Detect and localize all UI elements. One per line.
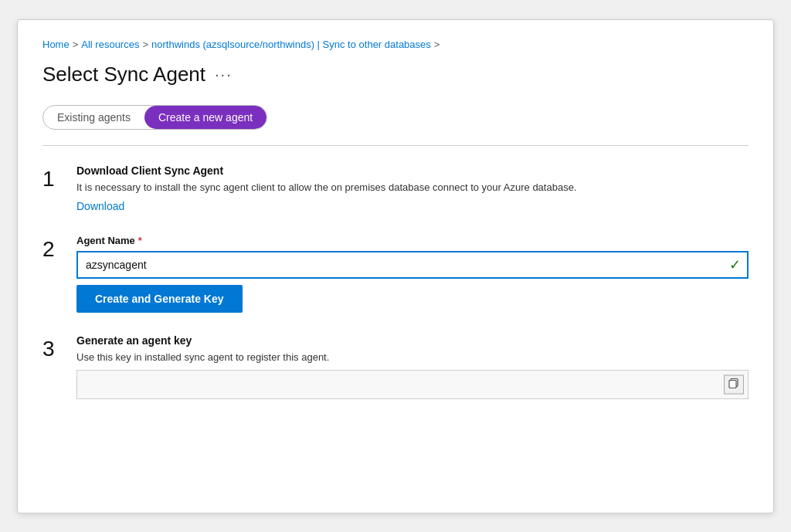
breadcrumb-home[interactable]: Home: [42, 39, 70, 50]
breadcrumb-all-resources[interactable]: All resources: [81, 39, 139, 50]
agent-name-label: Agent Name *: [76, 235, 749, 246]
breadcrumb-sep-2: >: [142, 39, 148, 50]
breadcrumb-current[interactable]: northwinds (azsqlsource/northwinds) | Sy…: [151, 39, 431, 50]
key-output-field: [76, 370, 749, 399]
section-divider: [42, 145, 749, 146]
step-2-content: Agent Name * ✓ Create and Generate Key: [76, 235, 749, 313]
main-window: Home > All resources > northwinds (azsql…: [17, 19, 774, 513]
step-1: 1 Download Client Sync Agent It is neces…: [42, 164, 749, 214]
agent-name-input-wrapper: ✓: [76, 251, 749, 279]
breadcrumb: Home > All resources > northwinds (azsql…: [42, 39, 749, 50]
create-new-agent-tab[interactable]: Create a new agent: [144, 106, 266, 129]
required-indicator: *: [138, 235, 142, 246]
key-output-wrapper: [76, 370, 749, 399]
copy-key-button[interactable]: [724, 374, 744, 394]
step-3-number: 3: [42, 334, 61, 362]
breadcrumb-sep-1: >: [73, 39, 79, 50]
step-1-number: 1: [42, 164, 61, 192]
page-title: Select Sync Agent: [42, 63, 205, 86]
step-2: 2 Agent Name * ✓ Create and Generate Key: [42, 235, 749, 313]
breadcrumb-sep-3: >: [434, 39, 440, 50]
svg-rect-1: [729, 380, 736, 388]
page-title-ellipsis[interactable]: ···: [215, 66, 233, 83]
step-3: 3 Generate an agent key Use this key in …: [42, 334, 749, 399]
copy-icon: [728, 378, 739, 388]
download-link[interactable]: Download: [76, 200, 124, 212]
existing-agents-tab[interactable]: Existing agents: [43, 106, 144, 129]
create-generate-key-button[interactable]: Create and Generate Key: [76, 285, 243, 313]
step-2-number: 2: [42, 235, 61, 263]
agent-toggle-group: Existing agents Create a new agent: [42, 105, 267, 130]
agent-name-input[interactable]: [76, 251, 749, 279]
input-valid-icon: ✓: [729, 256, 741, 273]
page-title-area: Select Sync Agent ···: [42, 63, 749, 86]
step-3-title: Generate an agent key: [76, 334, 749, 347]
step-1-title: Download Client Sync Agent: [76, 164, 749, 177]
step-3-content: Generate an agent key Use this key in in…: [76, 334, 749, 399]
step-3-description: Use this key in installed sync agent to …: [76, 350, 749, 365]
step-1-description: It is necessary to install the sync agen…: [76, 180, 749, 195]
step-1-content: Download Client Sync Agent It is necessa…: [76, 164, 749, 214]
steps-container: 1 Download Client Sync Agent It is neces…: [42, 164, 749, 421]
